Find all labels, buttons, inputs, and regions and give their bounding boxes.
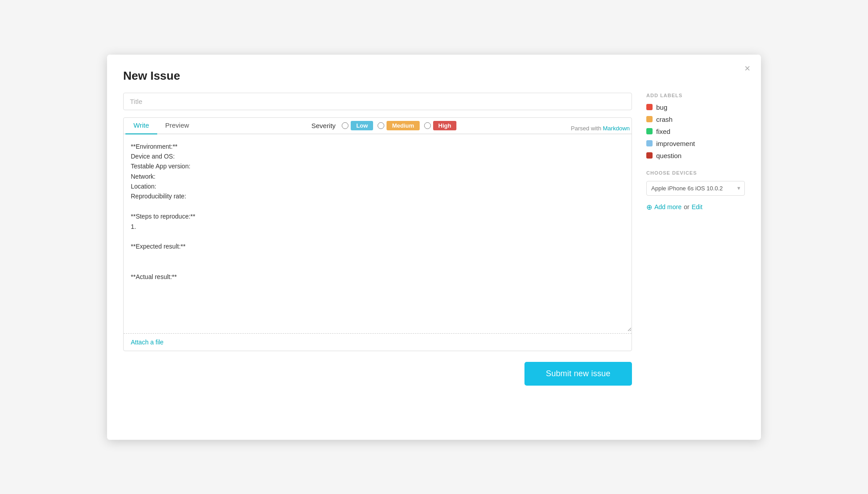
add-more-link[interactable]: Add more (654, 203, 682, 210)
submit-button[interactable]: Submit new issue (524, 362, 632, 386)
tabs: Write Preview (125, 118, 197, 133)
label-item-question[interactable]: question (646, 152, 745, 159)
severity-option-low[interactable]: Low (342, 121, 373, 130)
severity-radio-high[interactable] (424, 122, 431, 129)
devices-section-header: CHOOSE DEVICES (646, 170, 745, 176)
label-item-crash[interactable]: crash (646, 116, 745, 123)
severity-label: Severity (311, 122, 335, 129)
severity-badge-high: High (433, 121, 457, 130)
tab-write[interactable]: Write (125, 118, 157, 134)
device-select[interactable]: Apple iPhone 6s iOS 10.0.2 Apple iPhone … (646, 181, 745, 196)
new-issue-modal: × New Issue Write Preview Severity Low (107, 55, 761, 440)
severity-radio-low[interactable] (342, 122, 348, 129)
label-dot-question (646, 152, 653, 159)
label-dot-improvement (646, 140, 653, 146)
labels-section-header: ADD LABELS (646, 93, 745, 98)
label-dot-crash (646, 116, 653, 122)
severity-badge-medium: Medium (387, 121, 419, 130)
label-dot-bug (646, 104, 653, 110)
markdown-link[interactable]: Markdown (603, 125, 630, 132)
label-item-bug[interactable]: bug (646, 103, 745, 111)
issue-body-textarea[interactable]: **Environment:** Device and OS: Testable… (124, 134, 632, 331)
add-more-icon: ⊕ (646, 203, 652, 211)
main-layout: Write Preview Severity Low Medium (123, 93, 745, 386)
close-button[interactable]: × (744, 64, 750, 73)
markdown-note: Parsed with Markdown (571, 125, 630, 133)
device-select-wrapper: Apple iPhone 6s iOS 10.0.2 Apple iPhone … (646, 181, 745, 196)
label-text-crash: crash (656, 116, 673, 123)
label-dot-fixed (646, 128, 653, 134)
severity-badge-low: Low (351, 121, 373, 130)
severity-option-medium[interactable]: Medium (378, 121, 419, 130)
title-input[interactable] (123, 93, 632, 110)
severity-option-high[interactable]: High (424, 121, 457, 130)
edit-link[interactable]: Edit (692, 203, 702, 210)
attach-divider: Attach a file (124, 333, 632, 351)
label-list: bug crash fixed improvement question (646, 103, 745, 159)
submit-row: Submit new issue (123, 362, 632, 386)
add-more-row: ⊕ Add more or Edit (646, 203, 745, 211)
left-panel: Write Preview Severity Low Medium (123, 93, 632, 386)
devices-section: CHOOSE DEVICES Apple iPhone 6s iOS 10.0.… (646, 170, 745, 196)
label-item-improvement[interactable]: improvement (646, 140, 745, 147)
label-text-bug: bug (656, 103, 667, 111)
or-separator: or (684, 203, 689, 210)
editor-container: Write Preview Severity Low Medium (123, 117, 632, 351)
severity-area: Severity Low Medium High (311, 121, 456, 130)
label-item-fixed[interactable]: fixed (646, 128, 745, 135)
modal-title: New Issue (123, 69, 745, 83)
attach-file-link[interactable]: Attach a file (131, 339, 163, 346)
label-text-fixed: fixed (656, 128, 670, 135)
label-text-question: question (656, 152, 682, 159)
right-panel: ADD LABELS bug crash fixed improvement (646, 93, 745, 386)
tab-preview[interactable]: Preview (157, 118, 197, 134)
severity-radio-medium[interactable] (378, 122, 384, 129)
label-text-improvement: improvement (656, 140, 695, 147)
editor-tabs-row: Write Preview Severity Low Medium (124, 118, 632, 134)
